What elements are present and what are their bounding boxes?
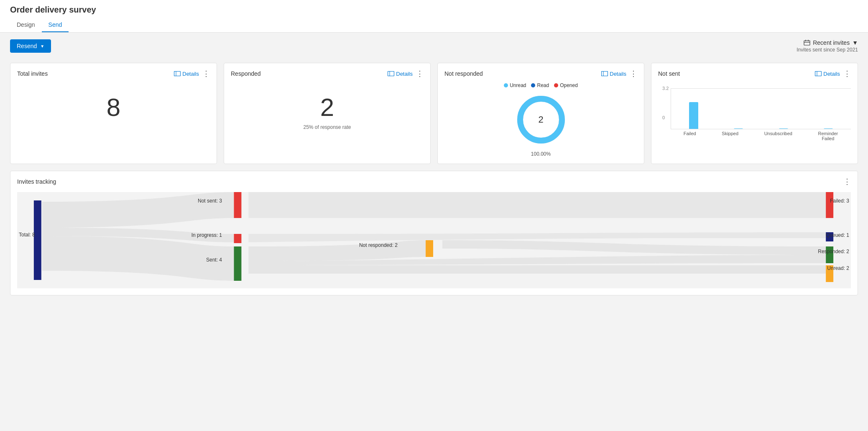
donut-legend: Unread Read Opened xyxy=(444,82,637,88)
responded-right-label: Responded: 2 xyxy=(818,249,849,254)
card-actions: Details ⋮ xyxy=(815,70,851,77)
not-sent-node xyxy=(234,192,241,218)
y-min-label: 0 xyxy=(662,115,665,120)
y-max-label: 3.2 xyxy=(662,86,669,91)
card-actions: Details ⋮ xyxy=(174,70,210,77)
unread-right-label: Unread: 2 xyxy=(827,265,849,271)
responded-value: 2 xyxy=(231,82,424,124)
not-sent-card: Not sent Details ⋮ 3.2 0 xyxy=(651,63,858,164)
not-responded-more-btn[interactable]: ⋮ xyxy=(630,70,637,77)
not-responded-mid-label: Not responded: 2 xyxy=(359,242,398,248)
not-responded-node xyxy=(426,240,433,257)
recent-invites-button[interactable]: Recent invites ▼ xyxy=(804,39,858,46)
not-responded-title: Not responded xyxy=(444,70,483,77)
card-header: Total invites Details ⋮ xyxy=(17,70,210,77)
sankey-svg xyxy=(17,192,851,288)
total-invites-card: Total invites Details ⋮ 8 xyxy=(10,63,217,164)
legend-opened: Opened xyxy=(554,82,578,88)
responded-title: Responded xyxy=(231,70,261,77)
donut-center-value: 2 xyxy=(538,114,543,125)
unread-dot xyxy=(504,83,508,87)
svg-rect-12 xyxy=(815,72,822,76)
bar-failed xyxy=(689,102,698,129)
not-responded-details-btn[interactable]: Details xyxy=(601,71,626,77)
total-invites-title: Total invites xyxy=(17,70,48,77)
read-dot xyxy=(531,83,535,87)
tab-send[interactable]: Send xyxy=(42,18,69,32)
tab-design[interactable]: Design xyxy=(10,18,42,32)
donut-chart: 2 xyxy=(514,92,568,147)
calendar-icon xyxy=(804,40,810,46)
in-progress-label: In progress: 1 xyxy=(191,232,222,238)
total-invites-more-btn[interactable]: ⋮ xyxy=(202,70,210,77)
details-icon xyxy=(815,71,822,76)
bar-failed-rect xyxy=(689,102,698,129)
bar-label-reminder-failed: ReminderFailed xyxy=(818,131,838,141)
failed-label: Failed: 3 xyxy=(830,198,849,204)
card-header: Not responded Details ⋮ xyxy=(444,70,637,77)
responded-card: Responded Details ⋮ 2 25% of response ra… xyxy=(224,63,431,164)
card-actions: Details ⋮ xyxy=(388,70,424,77)
tracking-header: Invites tracking ⋮ xyxy=(17,178,851,185)
in-progress-node xyxy=(234,234,241,243)
bar-chart: 3.2 0 xyxy=(658,82,851,141)
tabs: Design Send xyxy=(10,18,858,32)
total-invites-value: 8 xyxy=(17,82,210,124)
donut-percentage: 100.00% xyxy=(444,151,637,157)
chevron-down-icon: ▼ xyxy=(40,44,44,49)
bar-label-failed: Failed xyxy=(684,131,696,141)
toolbar: Resend ▼ Recent invites ▼ Invites sent s… xyxy=(0,33,868,59)
card-header: Responded Details ⋮ xyxy=(231,70,424,77)
svg-rect-0 xyxy=(804,41,810,45)
responded-details-btn[interactable]: Details xyxy=(388,71,413,77)
svg-rect-8 xyxy=(602,72,608,76)
bar-label-unsubscribed: Unsubscribed xyxy=(764,131,792,141)
responded-more-btn[interactable]: ⋮ xyxy=(416,70,424,77)
failed-node xyxy=(826,192,833,218)
sankey-diagram: Total: 8 Not sent: 3 In progress: 1 Sent… xyxy=(17,192,851,288)
total-invites-details-btn[interactable]: Details xyxy=(174,71,199,77)
responded-sub: 25% of response rate xyxy=(231,124,424,130)
not-sent-details-btn[interactable]: Details xyxy=(815,71,840,77)
svg-rect-6 xyxy=(388,72,394,76)
details-icon xyxy=(388,71,394,76)
tracking-title: Invites tracking xyxy=(17,178,56,185)
recent-invites-chevron: ▼ xyxy=(852,39,858,46)
resend-button[interactable]: Resend ▼ xyxy=(10,39,51,53)
details-icon xyxy=(174,71,181,76)
total-label: Total: 8 xyxy=(19,232,35,238)
cards-row: Total invites Details ⋮ 8 Responded xyxy=(0,59,868,171)
page-title: Order delivery survey xyxy=(10,5,858,15)
legend-read: Read xyxy=(531,82,549,88)
bar-label-skipped: Skipped xyxy=(722,131,738,141)
details-icon xyxy=(601,71,608,76)
svg-rect-4 xyxy=(174,72,181,76)
recent-invites-sub: Invites sent since Sep 2021 xyxy=(797,47,858,53)
queued-label: Queued: 1 xyxy=(826,232,849,238)
page-header: Order delivery survey Design Send xyxy=(0,0,868,33)
recent-invites-label: Recent invites xyxy=(813,39,850,46)
total-node xyxy=(34,200,41,280)
not-sent-title: Not sent xyxy=(658,70,680,77)
sent-label: Sent: 4 xyxy=(206,257,222,263)
not-responded-card: Not responded Details ⋮ Unread Read xyxy=(437,63,644,164)
legend-unread: Unread xyxy=(504,82,526,88)
recent-invites-panel: Recent invites ▼ Invites sent since Sep … xyxy=(797,39,858,53)
tracking-more-btn[interactable]: ⋮ xyxy=(843,178,851,185)
not-sent-label: Not sent: 3 xyxy=(198,198,222,204)
opened-dot xyxy=(554,83,558,87)
card-actions: Details ⋮ xyxy=(601,70,637,77)
sent-node xyxy=(234,246,241,281)
invites-tracking-section: Invites tracking ⋮ xyxy=(10,171,858,295)
card-header: Not sent Details ⋮ xyxy=(658,70,851,77)
not-sent-more-btn[interactable]: ⋮ xyxy=(843,70,851,77)
